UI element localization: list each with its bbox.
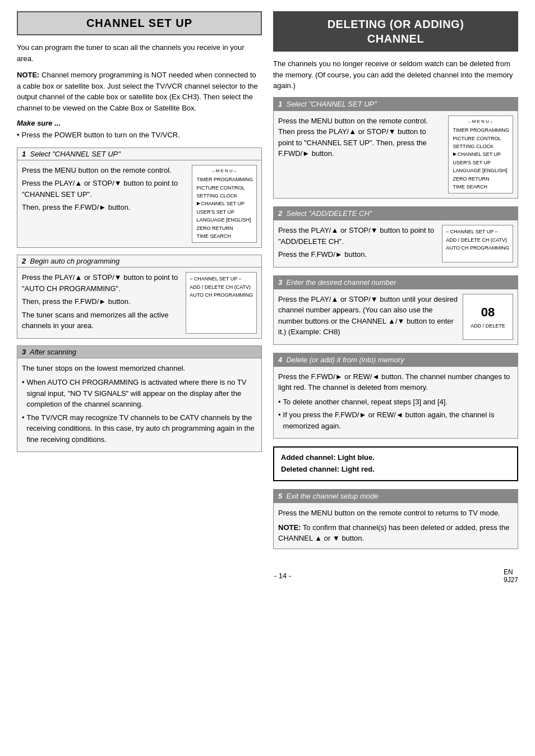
right-step3-text: Press the PLAY/▲ or STOP/▼ button until …	[278, 294, 458, 340]
right-step1-menu: – M E N U – TIMER PROGRAMMING PICTURE CO…	[448, 116, 514, 194]
menu-item: LANGUAGE [ENGLISH]	[196, 216, 253, 224]
right-step1-text: Press the MENU button on the remote cont…	[278, 116, 444, 194]
right-step2-menu: – CHANNEL SET UP – ADD / DELETE CH (CATV…	[442, 225, 513, 262]
right-step1-header: 1 Select "CHANNEL SET UP"	[274, 98, 518, 111]
left-column: CHANNEL SET UP You can program the tuner…	[17, 11, 262, 557]
left-step3-bullet2: The TV/VCR may recognize TV channels to …	[22, 412, 257, 445]
make-sure-bullet: Press the POWER button to turn on the TV…	[17, 130, 262, 141]
menu-item-selected: CHANNEL SET UP	[452, 150, 510, 158]
left-step1-content: Press the MENU button on the remote cont…	[17, 160, 261, 248]
right-step5-box: 5 Exit the channel setup mode Press the …	[273, 489, 518, 549]
left-step3-header: 3 After scanning	[17, 346, 261, 358]
right-step4-header: 4 Delete (or add) it from (into) memory	[274, 353, 518, 367]
left-step1-header: 1 Select "CHANNEL SET UP"	[17, 148, 261, 160]
right-step1-box: 1 Select "CHANNEL SET UP" Press the MENU…	[273, 97, 518, 199]
menu-item: PICTURE CONTROL	[452, 135, 510, 142]
right-step1-content: Press the MENU button on the remote cont…	[274, 111, 518, 199]
right-step2-box: 2 Select "ADD/DELETE CH" Press the PLAY/…	[273, 206, 518, 268]
right-step2-text: Press the PLAY/▲ or STOP/▼ button to poi…	[278, 225, 437, 262]
deleting-header: DELETING (OR ADDING) CHANNEL	[273, 11, 518, 52]
left-step2-box: 2 Begin auto ch programming Press the PL…	[17, 255, 262, 339]
menu-item: AUTO CH PROGRAMMING	[446, 244, 509, 252]
page-number: - 14 -	[62, 571, 504, 580]
right-step4-content: Press the F.FWD/► or REW/◄ button. The c…	[274, 367, 518, 439]
right-step2-header: 2 Select "ADD/DELETE CH"	[274, 207, 518, 220]
menu-item: TIME SEARCH	[452, 183, 510, 191]
right-step4-box: 4 Delete (or add) it from (into) memory …	[273, 353, 518, 439]
menu-item: USER'S SET UP	[452, 159, 510, 167]
left-step2-text: Press the PLAY/▲ or STOP/▼ button to poi…	[22, 272, 181, 334]
left-step3-bullet1: When AUTO CH PROGRAMMING is activated wh…	[22, 377, 257, 410]
right-step3-box: 3 Enter the desired channel number Press…	[273, 275, 518, 345]
menu-item: SETTING CLOCK	[196, 192, 253, 200]
menu-item: TIMER PROGRAMMING	[452, 126, 510, 134]
left-step3-box: 3 After scanning The tuner stops on the …	[17, 345, 262, 453]
left-step1-box: 1 Select "CHANNEL SET UP" Press the MENU…	[17, 147, 262, 248]
menu-item: SETTING CLOCK	[452, 142, 510, 150]
menu-item: PICTURE CONTROL	[196, 184, 253, 192]
right-step5-content: Press the MENU button on the remote cont…	[274, 503, 518, 548]
menu-item-selected: AUTO CH PROGRAMMING	[190, 291, 253, 299]
right-step3-content: Press the PLAY/▲ or STOP/▼ button until …	[274, 289, 518, 344]
right-column: DELETING (OR ADDING) CHANNEL The channel…	[273, 11, 518, 557]
channel-setup-header: CHANNEL SET UP	[17, 11, 262, 35]
note-box: Added channel: Light blue. Deleted chann…	[273, 446, 518, 481]
menu-item: ZERO RETURN	[196, 224, 253, 232]
menu-item: USER'S SET UP	[196, 208, 253, 216]
right-step2-content: Press the PLAY/▲ or STOP/▼ button to poi…	[274, 220, 518, 267]
right-step3-header: 3 Enter the desired channel number	[274, 276, 518, 289]
menu-item: TIMER PROGRAMMING	[196, 176, 253, 183]
menu-item: ADD / DELETE CH (CATV)	[190, 283, 253, 291]
page-code: EN 9J27	[504, 568, 518, 584]
make-sure-label: Make sure ...	[17, 119, 262, 127]
menu-item: ZERO RETURN	[452, 175, 510, 183]
right-intro: The channels you no longer receive or se…	[273, 58, 518, 91]
left-step2-menu: – CHANNEL SET UP – ADD / DELETE CH (CATV…	[186, 272, 257, 334]
menu-item-selected: CHANNEL SET UP	[196, 200, 253, 208]
menu-item-selected: ADD / DELETE CH (CATV)	[446, 236, 509, 244]
right-step5-header: 5 Exit the channel setup mode	[274, 490, 518, 503]
menu-item: LANGUAGE [ENGLISH]	[452, 167, 510, 174]
left-step2-content: Press the PLAY/▲ or STOP/▼ button to poi…	[17, 268, 261, 338]
left-step3-content: The tuner stops on the lowest memorized …	[17, 358, 261, 452]
left-step1-menu: – M E N U – TIMER PROGRAMMING PICTURE CO…	[192, 165, 257, 243]
left-step2-header: 2 Begin auto ch programming	[17, 255, 261, 268]
left-note: NOTE: Channel memory programming is NOT …	[17, 70, 262, 113]
page-footer: - 14 - EN 9J27	[17, 568, 518, 584]
left-step1-text: Press the MENU button on the remote cont…	[22, 165, 187, 243]
right-step4-bullet1: To delete another channel, repeat steps …	[278, 397, 513, 408]
left-intro: You can program the tuner to scan all th…	[17, 42, 262, 64]
right-step4-bullet2: If you press the F.FWD/► or REW/◄ button…	[278, 409, 513, 431]
right-step3-display: 08 ADD / DELETE	[463, 294, 513, 340]
menu-item: TIME SEARCH	[196, 232, 253, 240]
right-step5-note: NOTE: To confirm that channel(s) has bee…	[278, 522, 513, 544]
